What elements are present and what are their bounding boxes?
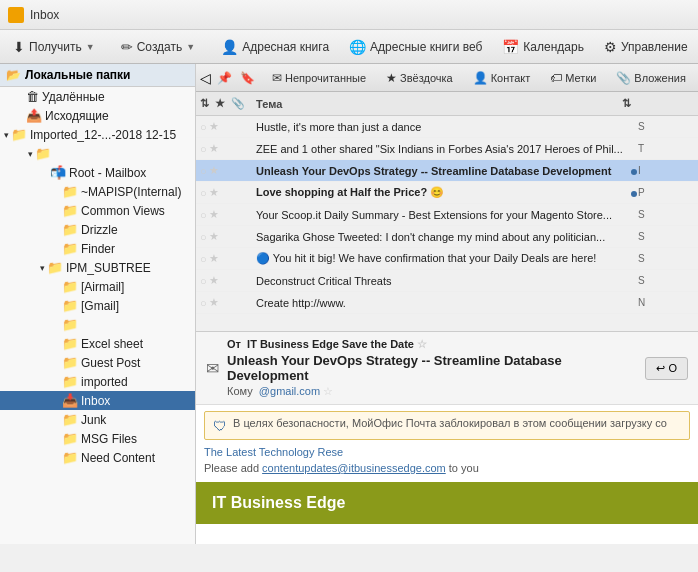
content-area: ◁ 📌 🔖 ✉ Непрочитанные ★ Звёздочка 👤 Конт…: [196, 64, 698, 544]
sidebar-label-airmail: [Airmail]: [81, 280, 124, 294]
msg-star-8[interactable]: ★: [209, 274, 219, 287]
sidebar-item-root-mailbox[interactable]: 📬Root - Mailbox: [0, 163, 195, 182]
reply-button[interactable]: ↩ О: [645, 357, 688, 380]
msg-flags-4: ○★: [196, 186, 252, 199]
msg-check-8[interactable]: ○: [200, 275, 207, 287]
msg-check-6[interactable]: ○: [200, 231, 207, 243]
subject-col-header[interactable]: Тема: [252, 98, 614, 110]
sidebar-item-outgoing[interactable]: 📤Исходящие: [0, 106, 195, 125]
message-row-7[interactable]: ○★🔵 You hit it big! We have confirmation…: [196, 248, 698, 270]
msg-star-6[interactable]: ★: [209, 230, 219, 243]
msg-star-3[interactable]: ★: [209, 164, 219, 177]
create-button[interactable]: ✏ Создать ▼: [112, 35, 205, 59]
message-row-3[interactable]: ○★Unleash Your DevOps Strategy -- Stream…: [196, 160, 698, 182]
sidebar-label-finder: Finder: [81, 242, 115, 256]
sidebar-item-activation-keys[interactable]: 📁: [0, 315, 195, 334]
msg-sender-4: P: [638, 187, 698, 198]
preview-from: От IT Business Edge Save the Date ☆: [227, 338, 637, 351]
msg-check-4[interactable]: ○: [200, 187, 207, 199]
sidebar-item-common-views[interactable]: 📁Common Views: [0, 201, 195, 220]
msg-star-1[interactable]: ★: [209, 120, 219, 133]
sidebar-item-finder[interactable]: 📁Finder: [0, 239, 195, 258]
local-folders-icon: 📂: [6, 68, 21, 82]
manage-button[interactable]: ⚙ Управление: [595, 35, 697, 59]
msg-check-5[interactable]: ○: [200, 209, 207, 221]
message-row-4[interactable]: ○★Love shopping at Half the Price? 😊P: [196, 182, 698, 204]
folder-icon-excel-sheet: 📁: [62, 336, 78, 351]
sidebar-item-ipm-subtree[interactable]: ▾📁IPM_SUBTREE: [0, 258, 195, 277]
tech-link[interactable]: The Latest Technology Rese: [204, 446, 690, 458]
sidebar-item-airmail[interactable]: 📁[Airmail]: [0, 277, 195, 296]
msg-star-4[interactable]: ★: [209, 186, 219, 199]
message-row-9[interactable]: ○★Create http://www.N: [196, 292, 698, 314]
addr-note-text: Please add: [204, 462, 262, 474]
folder-icon-common-views: 📁: [62, 203, 78, 218]
sidebar-label-ipm-subtree: IPM_SUBTREE: [66, 261, 151, 275]
address-book-button[interactable]: 👤 Адресная книга: [212, 35, 338, 59]
sidebar-item-drizzle[interactable]: 📁Drizzle: [0, 220, 195, 239]
message-row-5[interactable]: ○★Your Scoop.it Daily Summary - Best Ext…: [196, 204, 698, 226]
sidebar-item-root-folder[interactable]: ▾📁: [0, 144, 195, 163]
star-to-icon[interactable]: ☆: [323, 385, 333, 397]
msg-check-3[interactable]: ○: [200, 165, 207, 177]
msg-star-7[interactable]: ★: [209, 252, 219, 265]
tab-contacts[interactable]: 👤 Контакт: [464, 67, 540, 89]
sidebar-item-deleted[interactable]: 🗑Удалённые: [0, 87, 195, 106]
msg-check-1[interactable]: ○: [200, 121, 207, 133]
folder-icon-finder: 📁: [62, 241, 78, 256]
msg-dot-4: [630, 187, 638, 199]
sidebar-item-excel-sheet[interactable]: 📁Excel sheet: [0, 334, 195, 353]
web-address-label: Адресные книги веб: [370, 40, 482, 54]
expand-arrow-imported[interactable]: ▾: [4, 130, 9, 140]
msg-star-2[interactable]: ★: [209, 142, 219, 155]
msg-star-9[interactable]: ★: [209, 296, 219, 309]
msg-subject-2: ZEE and 1 other shared "Six Indians in F…: [252, 143, 630, 155]
star-from-icon[interactable]: ☆: [417, 338, 427, 350]
msg-star-5[interactable]: ★: [209, 208, 219, 221]
to-email[interactable]: @gmail.com: [259, 385, 320, 397]
web-address-book-button[interactable]: 🌐 Адресные книги веб: [340, 35, 491, 59]
sidebar-item-gmail[interactable]: 📁[Gmail]: [0, 296, 195, 315]
calendar-icon: 📅: [502, 39, 519, 55]
sidebar-item-imported-folder[interactable]: 📁imported: [0, 372, 195, 391]
sidebar-item-mapisp[interactable]: 📁~MAPISP(Internal): [0, 182, 195, 201]
sidebar-item-msg-files[interactable]: 📁MSG Files: [0, 429, 195, 448]
address-book-icon: 👤: [221, 39, 238, 55]
manage-icon: ⚙: [604, 39, 617, 55]
msg-check-9[interactable]: ○: [200, 297, 207, 309]
msg-subject-7: 🔵 You hit it big! We have confirmation t…: [252, 252, 630, 265]
sort-icon[interactable]: ⇅: [200, 97, 209, 109]
calendar-button[interactable]: 📅 Календарь: [493, 35, 593, 59]
tab-starred[interactable]: ★ Звёздочка: [377, 67, 462, 89]
sidebar-item-junk[interactable]: 📁Junk: [0, 410, 195, 429]
web-address-icon: 🌐: [349, 39, 366, 55]
message-row-8[interactable]: ○★Deconstruct Critical ThreatsS: [196, 270, 698, 292]
sidebar-label-inbox: Inbox: [81, 394, 110, 408]
folder-icon-outgoing: 📤: [26, 108, 42, 123]
tab-tags[interactable]: 🏷 Метки: [541, 67, 605, 89]
sidebar-item-guest-post[interactable]: 📁Guest Post: [0, 353, 195, 372]
tab-unread[interactable]: ✉ Непрочитанные: [263, 67, 375, 89]
message-row-1[interactable]: ○★Hustle, it's more than just a danceS: [196, 116, 698, 138]
expand-arrow-ipm-subtree[interactable]: ▾: [40, 263, 45, 273]
back-icon[interactable]: ◁: [200, 70, 211, 86]
expand-arrow-root-folder[interactable]: ▾: [28, 149, 33, 159]
preview-subject: Unleash Your DevOps Strategy -- Streamli…: [227, 353, 637, 383]
msg-sender-9: N: [638, 297, 698, 308]
message-row-6[interactable]: ○★Sagarika Ghose Tweeted: I don't change…: [196, 226, 698, 248]
sidebar-item-inbox[interactable]: 📥Inbox: [0, 391, 195, 410]
receive-button[interactable]: ⬇ Получить ▼: [4, 35, 104, 59]
sidebar-item-imported[interactable]: ▾📁Imported_12-...-2018 12-15: [0, 125, 195, 144]
addr-link[interactable]: contentupdates@itbusinessedge.com: [262, 462, 446, 474]
folder-icon-gmail: 📁: [62, 298, 78, 313]
folder-icon-junk: 📁: [62, 412, 78, 427]
message-row-2[interactable]: ○★ZEE and 1 other shared "Six Indians in…: [196, 138, 698, 160]
tab-unread-label: Непрочитанные: [285, 72, 366, 84]
tab-attachments[interactable]: 📎 Вложения: [607, 67, 695, 89]
sidebar-item-need-content[interactable]: 📁Need Content: [0, 448, 195, 467]
msg-check-7[interactable]: ○: [200, 253, 207, 265]
msg-sender-1: S: [638, 121, 698, 132]
reply-icon: ↩: [656, 362, 665, 375]
msg-check-2[interactable]: ○: [200, 143, 207, 155]
folder-icon-activation-keys: 📁: [62, 317, 78, 332]
